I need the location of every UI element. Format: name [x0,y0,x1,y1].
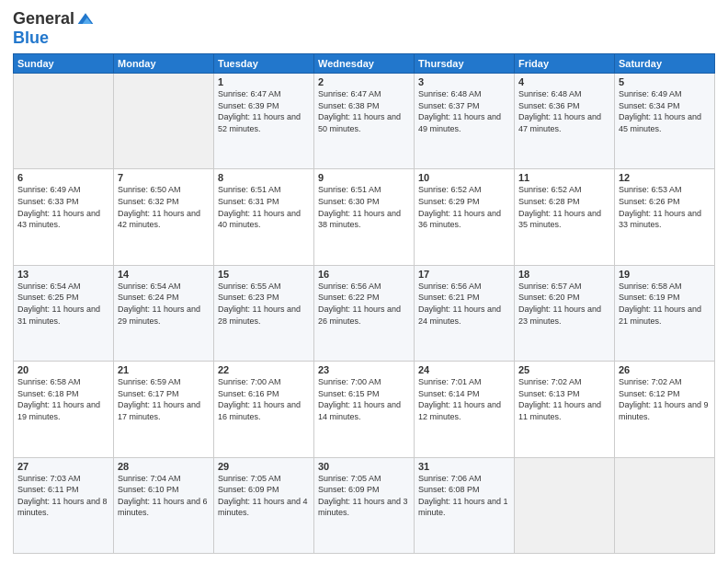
weekday-header-saturday: Saturday [615,54,715,74]
day-info: Sunrise: 6:52 AM Sunset: 6:28 PM Dayligh… [518,184,610,230]
calendar-week-5: 27Sunrise: 7:03 AM Sunset: 6:11 PM Dayli… [14,457,715,553]
weekday-header-friday: Friday [515,54,615,74]
calendar-cell: 4Sunrise: 6:48 AM Sunset: 6:36 PM Daylig… [515,74,615,169]
calendar-cell: 5Sunrise: 6:49 AM Sunset: 6:34 PM Daylig… [615,74,715,169]
day-info: Sunrise: 7:04 AM Sunset: 6:10 PM Dayligh… [118,473,210,519]
calendar-cell: 20Sunrise: 6:58 AM Sunset: 6:18 PM Dayli… [14,362,114,457]
day-info: Sunrise: 6:48 AM Sunset: 6:36 PM Dayligh… [518,88,610,134]
calendar-cell: 6Sunrise: 6:49 AM Sunset: 6:33 PM Daylig… [14,169,114,265]
calendar-cell: 24Sunrise: 7:01 AM Sunset: 6:14 PM Dayli… [415,362,515,457]
day-info: Sunrise: 6:47 AM Sunset: 6:38 PM Dayligh… [318,88,410,134]
day-number: 3 [418,76,510,87]
calendar-cell: 29Sunrise: 7:05 AM Sunset: 6:09 PM Dayli… [214,457,314,553]
calendar-week-4: 20Sunrise: 6:58 AM Sunset: 6:18 PM Dayli… [14,362,715,457]
day-number: 11 [518,172,610,183]
logo-icon [76,10,95,29]
day-number: 30 [318,461,410,472]
day-number: 13 [17,269,109,280]
calendar-cell: 1Sunrise: 6:47 AM Sunset: 6:39 PM Daylig… [214,74,314,169]
day-number: 23 [318,364,410,375]
day-info: Sunrise: 6:54 AM Sunset: 6:25 PM Dayligh… [17,281,109,327]
calendar-cell [515,457,615,553]
calendar-cell: 14Sunrise: 6:54 AM Sunset: 6:24 PM Dayli… [114,265,214,361]
weekday-header-tuesday: Tuesday [214,54,314,74]
calendar-cell: 22Sunrise: 7:00 AM Sunset: 6:16 PM Dayli… [214,362,314,457]
day-number: 22 [218,364,310,375]
day-info: Sunrise: 6:54 AM Sunset: 6:24 PM Dayligh… [118,281,210,327]
day-number: 24 [418,364,510,375]
calendar-cell [14,74,114,169]
day-info: Sunrise: 6:50 AM Sunset: 6:32 PM Dayligh… [118,184,210,230]
day-number: 14 [118,269,210,280]
day-number: 8 [218,172,310,183]
calendar-week-2: 6Sunrise: 6:49 AM Sunset: 6:33 PM Daylig… [14,169,715,265]
day-number: 21 [118,364,210,375]
day-info: Sunrise: 6:49 AM Sunset: 6:34 PM Dayligh… [619,88,711,134]
calendar-cell: 7Sunrise: 6:50 AM Sunset: 6:32 PM Daylig… [114,169,214,265]
calendar-cell: 28Sunrise: 7:04 AM Sunset: 6:10 PM Dayli… [114,457,214,553]
calendar-cell: 12Sunrise: 6:53 AM Sunset: 6:26 PM Dayli… [615,169,715,265]
calendar-table: SundayMondayTuesdayWednesdayThursdayFrid… [13,53,715,554]
day-number: 15 [218,269,310,280]
day-info: Sunrise: 6:56 AM Sunset: 6:22 PM Dayligh… [318,281,410,327]
day-info: Sunrise: 6:49 AM Sunset: 6:33 PM Dayligh… [17,184,109,230]
day-number: 16 [318,269,410,280]
day-info: Sunrise: 7:05 AM Sunset: 6:09 PM Dayligh… [318,473,410,519]
calendar-cell: 11Sunrise: 6:52 AM Sunset: 6:28 PM Dayli… [515,169,615,265]
day-number: 27 [17,461,109,472]
calendar-cell: 17Sunrise: 6:56 AM Sunset: 6:21 PM Dayli… [415,265,515,361]
day-number: 28 [118,461,210,472]
day-number: 10 [418,172,510,183]
header: General Blue [13,9,715,48]
calendar-cell: 21Sunrise: 6:59 AM Sunset: 6:17 PM Dayli… [114,362,214,457]
calendar-cell: 16Sunrise: 6:56 AM Sunset: 6:22 PM Dayli… [314,265,415,361]
day-info: Sunrise: 6:47 AM Sunset: 6:39 PM Dayligh… [218,88,310,134]
weekday-header-monday: Monday [114,54,214,74]
calendar-cell: 10Sunrise: 6:52 AM Sunset: 6:29 PM Dayli… [415,169,515,265]
calendar-week-3: 13Sunrise: 6:54 AM Sunset: 6:25 PM Dayli… [14,265,715,361]
day-info: Sunrise: 6:56 AM Sunset: 6:21 PM Dayligh… [418,281,510,327]
day-info: Sunrise: 7:00 AM Sunset: 6:15 PM Dayligh… [318,376,410,422]
day-number: 1 [218,76,310,87]
day-info: Sunrise: 6:52 AM Sunset: 6:29 PM Dayligh… [418,184,510,230]
calendar-cell: 3Sunrise: 6:48 AM Sunset: 6:37 PM Daylig… [415,74,515,169]
day-info: Sunrise: 6:51 AM Sunset: 6:30 PM Dayligh… [318,184,410,230]
main-container: General Blue SundayMondayTuesdayWednesda… [0,0,728,563]
day-number: 18 [518,269,610,280]
day-number: 6 [17,172,109,183]
day-info: Sunrise: 6:48 AM Sunset: 6:37 PM Dayligh… [418,88,510,134]
calendar-cell: 27Sunrise: 7:03 AM Sunset: 6:11 PM Dayli… [14,457,114,553]
day-info: Sunrise: 7:06 AM Sunset: 6:08 PM Dayligh… [418,473,510,519]
day-info: Sunrise: 6:51 AM Sunset: 6:31 PM Dayligh… [218,184,310,230]
calendar-cell [615,457,715,553]
weekday-header-sunday: Sunday [14,54,114,74]
day-number: 2 [318,76,410,87]
calendar-cell: 9Sunrise: 6:51 AM Sunset: 6:30 PM Daylig… [314,169,415,265]
calendar-cell: 23Sunrise: 7:00 AM Sunset: 6:15 PM Dayli… [314,362,415,457]
day-info: Sunrise: 7:05 AM Sunset: 6:09 PM Dayligh… [218,473,310,519]
calendar-cell: 19Sunrise: 6:58 AM Sunset: 6:19 PM Dayli… [615,265,715,361]
calendar-cell: 18Sunrise: 6:57 AM Sunset: 6:20 PM Dayli… [515,265,615,361]
calendar-cell: 25Sunrise: 7:02 AM Sunset: 6:13 PM Dayli… [515,362,615,457]
day-info: Sunrise: 7:02 AM Sunset: 6:12 PM Dayligh… [619,376,711,422]
day-info: Sunrise: 6:55 AM Sunset: 6:23 PM Dayligh… [218,281,310,327]
day-info: Sunrise: 7:01 AM Sunset: 6:14 PM Dayligh… [418,376,510,422]
day-info: Sunrise: 6:53 AM Sunset: 6:26 PM Dayligh… [619,184,711,230]
weekday-header-thursday: Thursday [415,54,515,74]
day-number: 7 [118,172,210,183]
day-number: 19 [619,269,711,280]
day-info: Sunrise: 6:58 AM Sunset: 6:18 PM Dayligh… [17,376,109,422]
day-info: Sunrise: 7:02 AM Sunset: 6:13 PM Dayligh… [518,376,610,422]
day-info: Sunrise: 7:00 AM Sunset: 6:16 PM Dayligh… [218,376,310,422]
day-info: Sunrise: 6:58 AM Sunset: 6:19 PM Dayligh… [619,281,711,327]
weekday-header-wednesday: Wednesday [314,54,415,74]
day-number: 5 [619,76,711,87]
day-number: 25 [518,364,610,375]
day-number: 29 [218,461,310,472]
day-number: 9 [318,172,410,183]
logo-general-text: General [13,9,74,29]
calendar-cell: 8Sunrise: 6:51 AM Sunset: 6:31 PM Daylig… [214,169,314,265]
day-number: 17 [418,269,510,280]
logo-blue-text: Blue [13,29,49,48]
calendar-cell: 31Sunrise: 7:06 AM Sunset: 6:08 PM Dayli… [415,457,515,553]
